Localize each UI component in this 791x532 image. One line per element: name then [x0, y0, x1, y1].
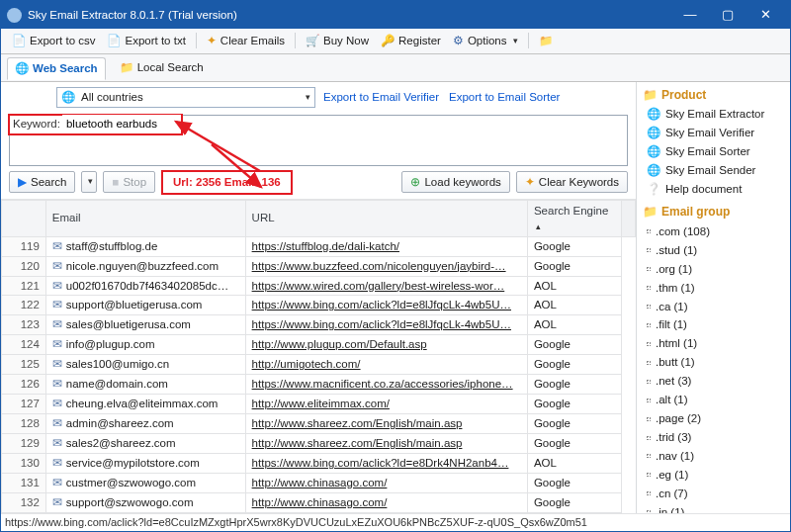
bullet-icon — [647, 380, 651, 384]
clear-keywords-button[interactable]: ✦Clear Keywords — [516, 171, 628, 193]
export-verifier-link[interactable]: Export to Email Verifier — [323, 90, 439, 105]
bullet-icon — [647, 305, 651, 309]
group-item[interactable]: .eg (1) — [647, 466, 790, 485]
cell-search-engine: Google — [527, 395, 621, 414]
cell-url[interactable]: http://www.chinasago.com/ — [245, 492, 527, 512]
table-row[interactable]: 131✉custmer@szwowogo.comhttp://www.china… — [2, 473, 636, 492]
globe-icon: 🌐 — [61, 90, 75, 105]
group-item[interactable]: .filt (1) — [647, 315, 790, 334]
stop-button[interactable]: ■Stop — [103, 171, 155, 193]
cell-url[interactable]: http://umigotech.com/ — [245, 355, 527, 375]
keyword-input[interactable] — [62, 115, 181, 133]
product-item[interactable]: 🌐Sky Email Sorter — [647, 142, 790, 161]
cell-url[interactable]: https://www.bing.com/aclick?ld=e8lJfqcLk… — [245, 296, 527, 315]
table-row[interactable]: 129✉sales2@shareez.comhttp://www.shareez… — [2, 434, 636, 454]
group-item[interactable]: .org (1) — [647, 260, 790, 279]
cell-url[interactable]: http://www.shareez.com/English/main.asp — [245, 434, 527, 454]
group-item[interactable]: .nav (1) — [647, 447, 790, 466]
table-row[interactable]: 121✉u002f01670db7f463402085dc@…https://w… — [2, 276, 636, 296]
group-item[interactable]: .trid (3) — [647, 428, 790, 447]
table-row[interactable]: 130✉service@mypilotstore.comhttps://www.… — [2, 453, 636, 473]
cell-url[interactable]: http://www.plugup.com/Default.asp — [245, 335, 527, 355]
folder-icon: 📁 — [120, 60, 133, 75]
group-item[interactable]: .html (1) — [647, 334, 790, 353]
load-keywords-button[interactable]: ⊕Load keywords — [401, 171, 509, 193]
group-item[interactable]: .cn (7) — [647, 485, 790, 503]
product-title-label: Product — [661, 88, 706, 104]
group-label: .net (3) — [656, 374, 691, 389]
help-item[interactable]: ❔Help document — [647, 180, 790, 199]
export-txt-button[interactable]: 📄Export to txt — [102, 32, 190, 50]
table-row[interactable]: 119✉staff@stuffblog.dehttps://stuffblog.… — [2, 236, 636, 256]
maximize-button[interactable]: ▢ — [709, 4, 747, 26]
group-label: .ca (1) — [656, 300, 688, 314]
col-url[interactable]: URL — [245, 200, 527, 236]
group-item[interactable]: .com (108) — [647, 222, 790, 241]
cell-url[interactable]: https://www.macnificent.co.za/accessorie… — [245, 375, 527, 395]
keyword-textarea[interactable]: Keyword: — [9, 115, 628, 166]
bullet-icon — [647, 248, 651, 252]
cell-search-engine: Google — [527, 236, 621, 256]
tab-local-search[interactable]: 📁Local Search — [112, 56, 212, 79]
bullet-icon — [647, 399, 651, 402]
table-row[interactable]: 123✉sales@bluetigerusa.comhttps://www.bi… — [2, 315, 636, 335]
cell-url[interactable]: http://www.chinasago.com/ — [245, 473, 527, 492]
group-item[interactable]: .page (2) — [647, 409, 790, 428]
side-panel: 📁Product 🌐Sky Email Extractor🌐Sky Email … — [636, 82, 790, 532]
search-button[interactable]: ▶Search — [9, 171, 75, 193]
options-button[interactable]: ⚙Options▾ — [448, 32, 523, 50]
cell-email: ✉nicole.nguyen@buzzfeed.com — [45, 256, 245, 276]
export-sorter-link[interactable]: Export to Email Sorter — [449, 90, 560, 105]
group-label: .eg (1) — [656, 468, 688, 483]
cell-url[interactable]: https://www.wired.com/gallery/best-wirel… — [245, 276, 527, 296]
table-row[interactable]: 127✉cheung.elva@eliteimmax.comhttp://www… — [2, 395, 636, 414]
tab-web-search[interactable]: 🌐Web Search — [7, 57, 106, 80]
group-item[interactable]: .net (3) — [647, 372, 790, 391]
cell-url[interactable]: https://www.bing.com/aclick?ld=e8Drk4NH2… — [245, 453, 527, 473]
group-item[interactable]: .alt (1) — [647, 391, 790, 409]
cell-email: ✉support@szwowogo.com — [45, 492, 245, 512]
cell-index: 122 — [2, 296, 46, 315]
col-search-engine[interactable]: Search Engine ▴ — [527, 200, 621, 236]
cell-search-engine: Google — [527, 434, 621, 454]
folder-button[interactable]: 📁 — [534, 32, 558, 50]
clear-emails-button[interactable]: ✦Clear Emails — [202, 32, 290, 50]
group-label: .org (1) — [656, 262, 692, 277]
keyword-label: Keyword: — [10, 117, 62, 132]
group-item[interactable]: .stud (1) — [647, 241, 790, 260]
register-button[interactable]: 🔑Register — [376, 32, 446, 50]
cell-url[interactable]: http://www.shareez.com/English/main.asp — [245, 414, 527, 434]
cell-url[interactable]: https://www.buzzfeed.com/nicolenguyen/ja… — [245, 256, 527, 276]
cell-search-engine: Google — [527, 414, 621, 434]
product-item[interactable]: 🌐Sky Email Sender — [647, 161, 790, 180]
col-index[interactable] — [2, 200, 46, 236]
separator — [528, 33, 529, 48]
country-dropdown[interactable]: 🌐 All countries ▾ — [56, 87, 315, 108]
table-row[interactable]: 120✉nicole.nguyen@buzzfeed.comhttps://ww… — [2, 256, 636, 276]
group-item[interactable]: .thm (1) — [647, 279, 790, 298]
table-row[interactable]: 122✉support@bluetigerusa.comhttps://www.… — [2, 296, 636, 315]
plus-icon: ⊕ — [410, 175, 420, 190]
product-item[interactable]: 🌐Sky Email Extractor — [647, 105, 790, 124]
group-item[interactable]: .butt (1) — [647, 353, 790, 372]
export-csv-button[interactable]: 📄Export to csv — [7, 32, 100, 50]
close-button[interactable]: ✕ — [747, 4, 784, 26]
buy-now-button[interactable]: 🛒Buy Now — [301, 32, 374, 50]
cell-url[interactable]: https://www.bing.com/aclick?ld=e8lJfqcLk… — [245, 315, 527, 335]
group-item[interactable]: .ca (1) — [647, 298, 790, 316]
search-label: Search — [31, 175, 66, 190]
table-row[interactable]: 124✉info@plugup.comhttp://www.plugup.com… — [2, 335, 636, 355]
cell-url[interactable]: http://www.eliteimmax.com/ — [245, 395, 527, 414]
cell-index: 119 — [2, 236, 46, 256]
vertical-scrollbar[interactable] — [621, 200, 635, 236]
minimize-button[interactable]: — — [671, 4, 709, 26]
group-label: .nav (1) — [656, 449, 694, 464]
table-row[interactable]: 126✉name@domain.comhttps://www.macnifice… — [2, 375, 636, 395]
table-row[interactable]: 125✉sales100@umigo.cnhttp://umigotech.co… — [2, 355, 636, 375]
search-dropdown-button[interactable]: ▾ — [81, 171, 97, 193]
col-email[interactable]: Email — [45, 200, 245, 236]
cell-url[interactable]: https://stuffblog.de/dali-katch/ — [245, 236, 527, 256]
table-row[interactable]: 128✉admin@shareez.comhttp://www.shareez.… — [2, 414, 636, 434]
product-item[interactable]: 🌐Sky Email Verifier — [647, 124, 790, 142]
table-row[interactable]: 132✉support@szwowogo.comhttp://www.china… — [2, 492, 636, 512]
